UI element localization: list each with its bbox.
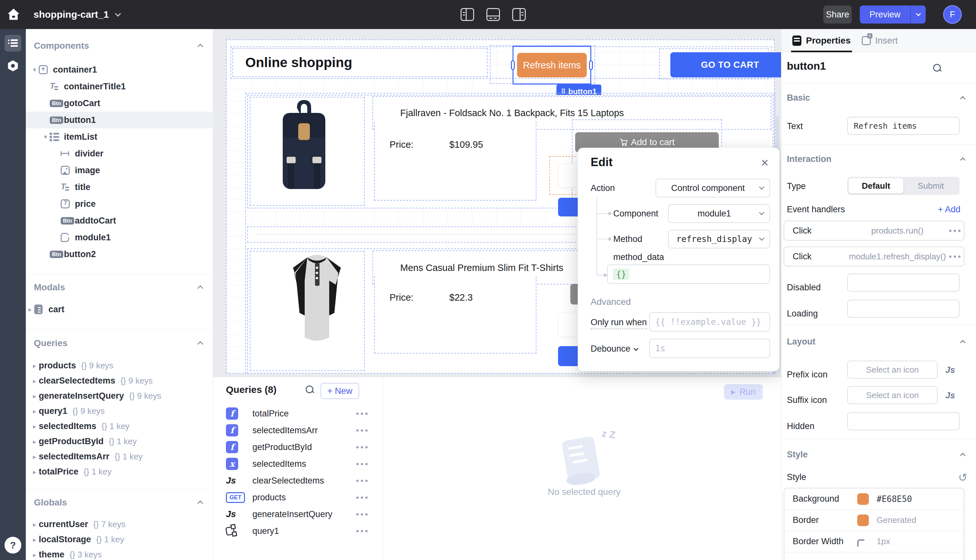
state-hexagon-icon[interactable] (5, 57, 21, 74)
refresh-items-button[interactable]: Refresh items (517, 53, 587, 77)
action-select[interactable]: Control component (656, 179, 770, 197)
globals-collapse-icon[interactable] (197, 500, 203, 506)
tree-item[interactable]: Btn addtoCart (26, 212, 213, 229)
style-row-partial[interactable] (784, 552, 964, 560)
method-data-input[interactable]: {} (607, 265, 770, 284)
query-state-item[interactable]: ▸ selectedItems {} 1 key (26, 419, 213, 434)
run-button[interactable]: ▶Run (724, 384, 762, 400)
disabled-input[interactable] (847, 273, 959, 292)
global-state-item[interactable]: ▸ theme {} 3 keys (26, 547, 213, 560)
row-menu-icon[interactable] (361, 480, 363, 482)
tab-properties[interactable]: Properties (792, 29, 851, 52)
text-input[interactable]: Refresh items (847, 117, 959, 135)
method-select[interactable]: refresh_display (668, 230, 770, 248)
suffix-js-toggle[interactable]: Js (945, 391, 955, 401)
tree-item[interactable]: ▾ itemList (26, 128, 213, 145)
preview-dropdown-icon[interactable] (911, 13, 926, 15)
toggle-bottom-panel-icon[interactable] (486, 8, 500, 21)
hidden-input[interactable] (847, 412, 959, 430)
tree-item[interactable]: Btn button2 (26, 246, 213, 263)
component-tree-icon[interactable] (5, 35, 21, 52)
modal-item-cart[interactable]: ▸ cart (26, 301, 213, 318)
row-menu-icon[interactable] (361, 429, 363, 432)
tree-item[interactable]: ▾ container1 (26, 61, 213, 78)
tree-item[interactable]: module1 (26, 229, 213, 246)
app-title-chevron-icon[interactable] (115, 11, 121, 17)
style-collapse-icon[interactable] (960, 453, 966, 458)
global-state-item[interactable]: ▸ localStorage {} 1 key (26, 532, 213, 547)
home-icon[interactable] (5, 6, 22, 23)
event-handler-row[interactable]: Click module1.refresh_display() (784, 247, 964, 267)
preview-button[interactable]: Preview (860, 5, 926, 23)
color-swatch[interactable] (857, 515, 869, 526)
row-menu-icon[interactable] (361, 530, 363, 532)
type-segmented-control[interactable]: Default Submit (847, 177, 959, 195)
prefix-icon-select[interactable]: Select an icon (847, 361, 938, 379)
debounce-input[interactable]: 1s (649, 339, 770, 358)
query-list-item[interactable]: Js generateInsertQuery (213, 506, 382, 523)
share-button[interactable]: Share (823, 5, 852, 23)
tree-item[interactable]: divider (26, 145, 213, 162)
add-handler-button[interactable]: + Add (938, 205, 961, 215)
type-submit-option[interactable]: Submit (903, 178, 958, 193)
query-list-item[interactable]: Js clearSelectedtems (213, 472, 382, 489)
loading-input[interactable] (847, 300, 959, 318)
color-swatch[interactable] (857, 493, 869, 505)
style-row-border[interactable]: Border Generated (784, 510, 964, 531)
component-select[interactable]: module1 (668, 204, 770, 223)
new-query-button[interactable]: + New (320, 383, 359, 399)
resize-handle-right[interactable] (589, 60, 593, 70)
query-list-item[interactable]: f selectedItemsArr (213, 422, 382, 439)
help-icon[interactable]: ? (5, 537, 21, 553)
query-state-item[interactable]: ▸ selectedItemsArr {} 1 key (26, 449, 213, 464)
toggle-right-panel-icon[interactable] (512, 8, 526, 21)
components-collapse-icon[interactable] (197, 43, 203, 49)
tree-item[interactable]: Btn button1 (26, 112, 213, 128)
style-row-background[interactable]: Background #E68E50 (784, 488, 964, 510)
style-row-border-width[interactable]: Border Width 1px (784, 531, 964, 552)
resize-handle-left[interactable] (511, 60, 515, 70)
type-default-option[interactable]: Default (849, 178, 903, 193)
interaction-collapse-icon[interactable] (960, 157, 966, 163)
row-menu-icon[interactable] (361, 463, 363, 465)
row-menu-icon[interactable] (361, 446, 363, 448)
basic-collapse-icon[interactable] (960, 96, 966, 102)
suffix-icon-select[interactable]: Select an icon (847, 386, 938, 404)
tab-insert[interactable]: Insert (862, 29, 898, 52)
query-list-item[interactable]: f totalPrice (213, 405, 382, 422)
query-list-item[interactable]: x selectedItems (213, 455, 382, 472)
row-menu-icon[interactable] (361, 497, 363, 499)
tree-item[interactable]: price (26, 195, 213, 212)
tree-item[interactable]: title (26, 179, 213, 195)
tree-item[interactable]: containerTitle1 (26, 78, 213, 95)
toggle-left-panel-icon[interactable] (460, 8, 474, 21)
close-icon[interactable]: × (761, 155, 769, 170)
query-state-item[interactable]: ▸ products {} 9 keys (26, 358, 213, 373)
avatar[interactable]: F (943, 5, 962, 24)
style-reset-icon[interactable]: ↺ (958, 471, 968, 484)
go-to-cart-button[interactable]: GO TO CART (671, 52, 781, 77)
handler-menu-icon[interactable] (954, 230, 956, 232)
queries-collapse-icon[interactable] (197, 341, 203, 347)
event-handler-row[interactable]: Click products.run() (784, 221, 964, 241)
query-list-item[interactable]: f getProductById (213, 439, 382, 455)
query-list-item[interactable]: GET products (213, 489, 382, 506)
layout-collapse-icon[interactable] (960, 340, 966, 345)
search-icon[interactable] (933, 64, 941, 72)
tree-item[interactable]: Btn gotoCart (26, 95, 213, 112)
query-state-item[interactable]: ▸ totalPrice {} 1 key (26, 464, 213, 479)
only-run-when-input[interactable]: {{ !!example.value }} (649, 312, 770, 332)
query-state-item[interactable]: ▸ clearSelectedtems {} 9 keys (26, 373, 213, 388)
search-icon[interactable] (305, 385, 314, 394)
query-state-item[interactable]: ▸ query1 {} 9 keys (26, 403, 213, 419)
modals-collapse-icon[interactable] (197, 285, 203, 291)
tree-item[interactable]: image (26, 162, 213, 179)
query-state-item[interactable]: ▸ generateInsertQuery {} 9 keys (26, 388, 213, 403)
query-state-item[interactable]: ▸ getProductById {} 1 key (26, 434, 213, 449)
global-state-item[interactable]: ▸ currentUser {} 7 keys (26, 517, 213, 532)
handler-menu-icon[interactable] (954, 255, 956, 258)
query-list-item[interactable]: query1 (213, 523, 382, 539)
row-menu-icon[interactable] (361, 513, 363, 515)
prefix-js-toggle[interactable]: Js (945, 365, 955, 375)
row-menu-icon[interactable] (361, 413, 363, 415)
